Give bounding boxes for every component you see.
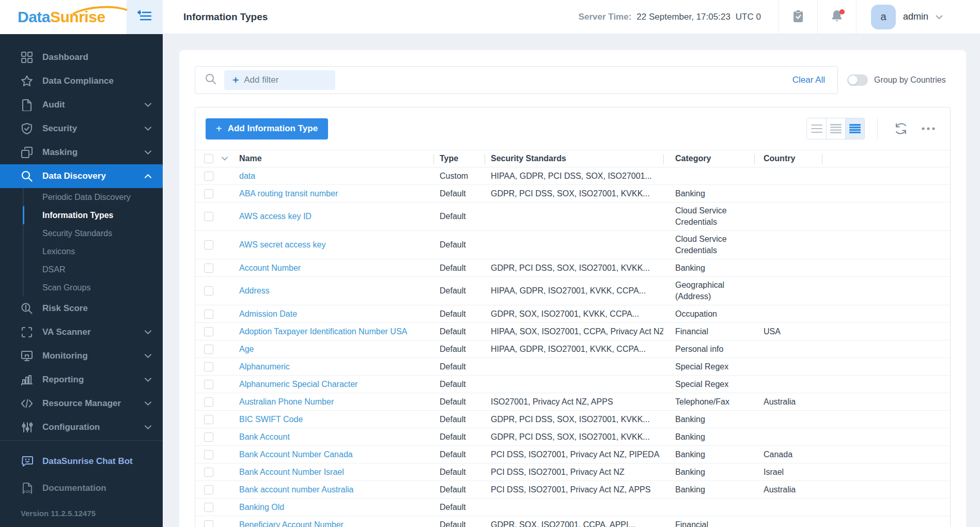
select-menu-chevron[interactable] xyxy=(222,150,233,167)
sidebar-item[interactable]: Masking xyxy=(0,141,163,164)
row-checkbox[interactable] xyxy=(204,450,213,459)
information-type-link[interactable]: Alphanumeric xyxy=(239,362,290,371)
sidebar-item[interactable]: Dashboard xyxy=(0,45,163,69)
sidebar-item[interactable]: Audit xyxy=(0,93,163,117)
sidebar-item[interactable]: Monitoring xyxy=(0,344,163,368)
information-type-link[interactable]: Bank account number Australia xyxy=(239,485,353,494)
row-checkbox[interactable] xyxy=(204,212,213,221)
row-checkbox[interactable] xyxy=(204,172,213,181)
view-medium-button[interactable] xyxy=(826,118,845,139)
information-type-link[interactable]: data xyxy=(239,172,255,180)
type-cell: Custom xyxy=(433,168,485,184)
sidebar-item[interactable]: Risk Score xyxy=(0,297,163,320)
information-type-link[interactable]: Alphanumeric Special Character xyxy=(239,380,357,389)
row-checkbox[interactable] xyxy=(204,485,213,494)
information-type-link[interactable]: Adoption Taxpayer Identification Number … xyxy=(239,327,407,336)
row-checkbox[interactable] xyxy=(204,189,213,198)
column-header-type[interactable]: Type xyxy=(433,150,485,167)
sidebar-subitem[interactable]: Periodic Data Discovery xyxy=(0,188,163,206)
information-type-link[interactable]: ABA routing transit number xyxy=(239,189,338,198)
sidebar-item[interactable]: VA Scanner xyxy=(0,320,163,344)
row-checkbox[interactable] xyxy=(204,327,213,336)
row-checkbox[interactable] xyxy=(204,468,213,477)
type-cell: Default xyxy=(433,499,485,516)
information-type-link[interactable]: AWS secret access key xyxy=(239,240,325,249)
tasks-button[interactable] xyxy=(779,0,817,34)
column-header-country[interactable]: Country xyxy=(754,150,822,167)
sidebar-item-label: Dashboard xyxy=(42,52,88,63)
sidebar-item[interactable]: Reporting xyxy=(0,368,163,392)
sidebar-item[interactable]: Security xyxy=(0,117,163,141)
row-checkbox[interactable] xyxy=(204,345,213,354)
sidebar-item-documentation[interactable]: DOC Documentation xyxy=(21,475,163,502)
information-type-link[interactable]: Admission Date xyxy=(239,309,297,318)
row-checkbox[interactable] xyxy=(204,503,213,512)
country-cell xyxy=(754,266,822,271)
more-options-button[interactable] xyxy=(917,125,940,133)
sidebar-item[interactable]: Data Discovery xyxy=(0,164,163,188)
row-checkbox[interactable] xyxy=(204,240,213,250)
type-cell: Default xyxy=(433,323,485,340)
clear-all-link[interactable]: Clear All xyxy=(792,75,825,85)
row-checkbox[interactable] xyxy=(204,520,213,527)
sidebar-subitem[interactable]: Scan Groups xyxy=(0,278,163,297)
sidebar-subitem[interactable]: Information Types xyxy=(0,206,163,224)
sidebar-item[interactable]: Data Compliance xyxy=(0,69,163,93)
information-type-link[interactable]: Bank Account Number Canada xyxy=(239,450,353,459)
user-menu[interactable]: a admin xyxy=(857,5,980,29)
sidebar-item-label: Lexicons xyxy=(42,247,75,256)
type-cell: Default xyxy=(433,394,485,410)
view-loose-button[interactable] xyxy=(807,118,826,139)
standards-cell xyxy=(485,214,663,219)
row-checkbox[interactable] xyxy=(204,309,213,319)
column-header-category[interactable]: Category xyxy=(663,150,754,167)
select-all-checkbox[interactable] xyxy=(204,154,213,163)
standards-cell: GDPR, PCI DSS, SOX, ISO27001, KVKK... xyxy=(485,260,663,276)
row-checkbox[interactable] xyxy=(204,380,213,389)
category-cell: Occupation xyxy=(663,306,754,322)
sidebar-subitem[interactable]: DSAR xyxy=(0,260,163,278)
country-cell: USA xyxy=(754,323,822,340)
information-type-link[interactable]: Beneficiary Account Number xyxy=(239,520,344,527)
group-by-countries-toggle[interactable] xyxy=(847,74,868,86)
sidebar-subitem[interactable]: Lexicons xyxy=(0,242,163,260)
view-dense-button[interactable] xyxy=(845,118,864,139)
add-filter-button[interactable]: + Add filter xyxy=(224,70,335,90)
information-type-link[interactable]: Banking Old xyxy=(239,503,284,512)
information-type-link[interactable]: AWS access key ID xyxy=(239,212,312,221)
row-checkbox[interactable] xyxy=(204,415,213,424)
country-cell xyxy=(754,312,822,317)
table-row: Bank Account Default GDPR, PCI DSS, SOX,… xyxy=(195,428,950,446)
standards-cell: HIPAA, GDPR, PCI DSS, SOX, ISO27001... xyxy=(485,168,663,184)
row-checkbox[interactable] xyxy=(204,397,213,407)
sidebar-item[interactable]: Configuration xyxy=(0,415,163,439)
notifications-button[interactable] xyxy=(818,0,856,34)
row-checkbox[interactable] xyxy=(204,432,213,442)
discovery-icon xyxy=(21,170,33,182)
information-type-link[interactable]: Australian Phone Number xyxy=(239,397,334,406)
sidebar-item-label: Resource Manager xyxy=(42,398,121,409)
row-checkbox[interactable] xyxy=(204,264,213,273)
add-information-type-button[interactable]: + Add Information Type xyxy=(206,118,328,140)
standards-cell: GDPR, SOX, ISO27001, CCPA, APPI... xyxy=(485,517,663,527)
table-row: ABA routing transit number Default GDPR,… xyxy=(195,185,950,203)
sidebar-item-chatbot[interactable]: DataSunrise Chat Bot xyxy=(21,448,163,475)
column-header-name[interactable]: Name xyxy=(233,150,433,167)
standards-cell: HIPAA, SOX, ISO27001, CCPA, Privacy Act … xyxy=(485,323,663,340)
table-row: Banking Old Default xyxy=(195,499,950,516)
sidebar-subitem[interactable]: Security Standards xyxy=(0,224,163,242)
sidebar-item-label: Monitoring xyxy=(42,351,88,361)
sidebar-item[interactable]: Resource Manager xyxy=(0,392,163,415)
information-type-link[interactable]: Account Number xyxy=(239,264,301,272)
row-checkbox[interactable] xyxy=(204,286,213,296)
column-header-standards[interactable]: Security Standards xyxy=(485,150,663,167)
information-type-link[interactable]: Bank Account xyxy=(239,432,290,441)
information-type-link[interactable]: Age xyxy=(239,345,254,353)
information-type-link[interactable]: Address xyxy=(239,286,270,295)
sidebar-collapse-button[interactable] xyxy=(127,0,163,34)
information-type-link[interactable]: Bank Account Number Israel xyxy=(239,468,344,476)
information-type-link[interactable]: BIC SWIFT Code xyxy=(239,415,303,424)
refresh-button[interactable] xyxy=(890,120,912,137)
sidebar-item-label: Configuration xyxy=(42,422,100,432)
row-checkbox[interactable] xyxy=(204,362,213,371)
